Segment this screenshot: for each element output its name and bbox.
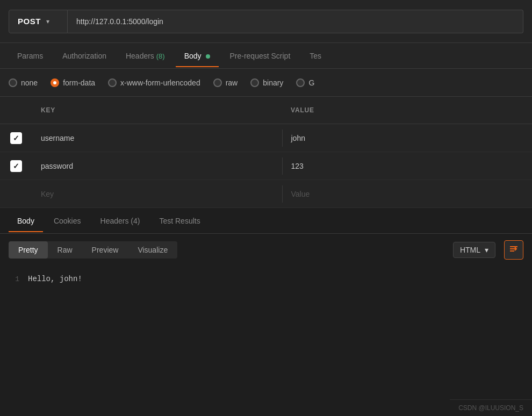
tab-authorization[interactable]: Authorization bbox=[54, 45, 115, 67]
tab-test-results[interactable]: Test Results bbox=[150, 210, 209, 232]
headers-badge: (8) bbox=[156, 52, 165, 60]
format-btn-raw[interactable]: Raw bbox=[48, 241, 82, 259]
footer: CSDN @ILUUSION_S bbox=[450, 399, 532, 416]
header-value: VALUE bbox=[282, 102, 532, 118]
radio-form-data[interactable]: form-data bbox=[51, 78, 95, 87]
table-row-placeholder: Key Value bbox=[0, 180, 532, 208]
tab-params[interactable]: Params bbox=[9, 45, 52, 67]
format-select-label: HTML bbox=[460, 246, 480, 254]
method-label: POST bbox=[18, 17, 41, 26]
form-data-table: KEY VALUE username john password 123 Key… bbox=[0, 97, 532, 208]
format-btn-preview[interactable]: Preview bbox=[82, 241, 128, 259]
code-text: Hello, john! bbox=[28, 275, 82, 283]
row3-value-placeholder[interactable]: Value bbox=[282, 185, 533, 203]
tab-headers[interactable]: Headers (8) bbox=[117, 45, 174, 67]
tab-response-headers[interactable]: Headers (4) bbox=[92, 210, 149, 232]
radio-label-binary: binary bbox=[263, 78, 283, 87]
format-select[interactable]: HTML ▾ bbox=[453, 242, 495, 258]
code-area: 1 Hello, john! bbox=[0, 266, 532, 292]
row3-key-placeholder[interactable]: Key bbox=[32, 185, 282, 203]
row2-key[interactable]: password bbox=[32, 157, 282, 175]
chevron-down-icon: ▾ bbox=[46, 18, 49, 25]
radio-circle-binary bbox=[250, 78, 259, 87]
tab-body[interactable]: Body bbox=[176, 45, 219, 67]
footer-credit: CSDN @ILUUSION_S bbox=[458, 404, 523, 412]
url-input[interactable] bbox=[68, 10, 523, 33]
response-tab-bar: Body Cookies Headers (4) Test Results bbox=[0, 208, 532, 234]
wrap-icon bbox=[509, 244, 519, 256]
format-btn-pretty[interactable]: Pretty bbox=[9, 241, 48, 259]
tab-tests[interactable]: Tes bbox=[301, 45, 330, 67]
radio-none[interactable]: none bbox=[9, 78, 38, 87]
radio-label-raw: raw bbox=[226, 78, 238, 87]
header-checkbox-col bbox=[0, 102, 32, 118]
row3-checkbox-cell bbox=[0, 190, 32, 198]
method-selector[interactable]: POST ▾ bbox=[9, 10, 68, 33]
header-key: KEY bbox=[32, 102, 282, 118]
response-toolbar: Pretty Raw Preview Visualize HTML ▾ bbox=[0, 234, 532, 266]
code-line: 1 Hello, john! bbox=[9, 275, 523, 283]
row1-value[interactable]: john bbox=[282, 130, 533, 147]
radio-circle-none bbox=[9, 78, 17, 87]
wrap-button[interactable] bbox=[504, 240, 523, 260]
radio-circle-graphql bbox=[296, 78, 305, 87]
radio-urlencoded[interactable]: x-www-form-urlencoded bbox=[108, 78, 200, 87]
table-row: username john bbox=[0, 124, 532, 152]
radio-circle-raw bbox=[213, 78, 222, 87]
request-tab-bar: Params Authorization Headers (8) Body Pr… bbox=[0, 43, 532, 69]
body-active-dot bbox=[206, 54, 210, 59]
radio-graphql[interactable]: G bbox=[296, 78, 314, 87]
radio-binary[interactable]: binary bbox=[250, 78, 283, 87]
tab-pre-request[interactable]: Pre-request Script bbox=[221, 45, 299, 67]
row2-value[interactable]: 123 bbox=[282, 157, 533, 175]
format-button-group: Pretty Raw Preview Visualize bbox=[9, 241, 177, 259]
line-number: 1 bbox=[9, 275, 19, 283]
table-row: password 123 bbox=[0, 152, 532, 180]
row1-key[interactable]: username bbox=[32, 130, 282, 147]
format-btn-visualize[interactable]: Visualize bbox=[128, 241, 177, 259]
format-select-chevron: ▾ bbox=[485, 246, 488, 254]
radio-circle-urlencoded bbox=[108, 78, 117, 87]
radio-label-graphql: G bbox=[308, 78, 314, 87]
radio-raw[interactable]: raw bbox=[213, 78, 238, 87]
row1-checkbox[interactable] bbox=[10, 132, 22, 144]
row2-checkbox-cell[interactable] bbox=[0, 156, 32, 176]
body-type-radio-bar: none form-data x-www-form-urlencoded raw… bbox=[0, 69, 532, 97]
radio-label-urlencoded: x-www-form-urlencoded bbox=[120, 78, 200, 87]
row1-checkbox-cell[interactable] bbox=[0, 128, 32, 148]
tab-response-body[interactable]: Body bbox=[9, 210, 43, 232]
radio-circle-form-data bbox=[51, 78, 59, 87]
row2-checkbox[interactable] bbox=[10, 160, 22, 172]
radio-label-form-data: form-data bbox=[63, 78, 95, 87]
tab-cookies[interactable]: Cookies bbox=[45, 210, 90, 232]
radio-label-none: none bbox=[21, 78, 38, 87]
table-header: KEY VALUE bbox=[0, 97, 532, 124]
url-bar: POST ▾ bbox=[0, 0, 532, 43]
